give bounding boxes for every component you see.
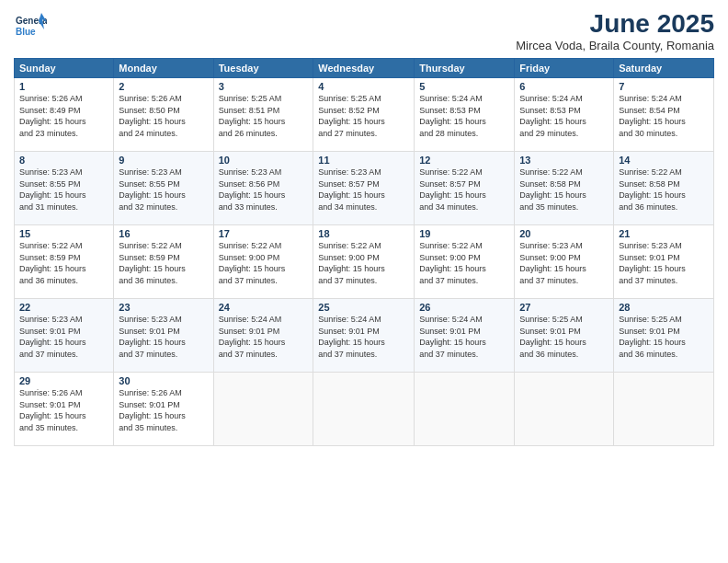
day-detail: Sunrise: 5:22 AM Sunset: 8:58 PM Dayligh…	[519, 167, 609, 213]
day-detail: Sunrise: 5:22 AM Sunset: 9:00 PM Dayligh…	[419, 240, 509, 286]
col-header-monday: Monday	[114, 59, 213, 78]
col-header-friday: Friday	[515, 59, 614, 78]
day-number: 8	[19, 155, 108, 166]
week-row-1: 1Sunrise: 5:26 AM Sunset: 8:49 PM Daylig…	[15, 78, 714, 152]
day-number: 10	[219, 155, 309, 166]
calendar-cell: 2Sunrise: 5:26 AM Sunset: 8:50 PM Daylig…	[114, 78, 213, 152]
calendar-cell: 4Sunrise: 5:25 AM Sunset: 8:52 PM Daylig…	[313, 78, 415, 152]
day-detail: Sunrise: 5:24 AM Sunset: 9:01 PM Dayligh…	[318, 314, 409, 360]
calendar-table: SundayMondayTuesdayWednesdayThursdayFrid…	[14, 58, 714, 446]
calendar-cell: 10Sunrise: 5:23 AM Sunset: 8:56 PM Dayli…	[213, 152, 313, 225]
col-header-thursday: Thursday	[415, 59, 515, 78]
day-detail: Sunrise: 5:22 AM Sunset: 8:59 PM Dayligh…	[119, 240, 208, 286]
day-detail: Sunrise: 5:22 AM Sunset: 9:00 PM Dayligh…	[318, 240, 409, 286]
logo: General Blue	[14, 9, 47, 42]
calendar-cell: 20Sunrise: 5:23 AM Sunset: 9:00 PM Dayli…	[515, 225, 614, 299]
week-row-2: 8Sunrise: 5:23 AM Sunset: 8:55 PM Daylig…	[15, 152, 714, 225]
calendar-cell: 30Sunrise: 5:26 AM Sunset: 9:01 PM Dayli…	[114, 373, 213, 446]
calendar-cell	[515, 373, 614, 446]
day-number: 13	[519, 155, 609, 166]
page: General Blue June 2025 Mircea Voda, Brai…	[0, 0, 728, 563]
day-number: 9	[119, 155, 208, 166]
calendar-cell: 27Sunrise: 5:25 AM Sunset: 9:01 PM Dayli…	[515, 299, 614, 373]
day-detail: Sunrise: 5:22 AM Sunset: 8:59 PM Dayligh…	[19, 240, 108, 286]
day-number: 7	[619, 81, 709, 92]
day-detail: Sunrise: 5:23 AM Sunset: 9:01 PM Dayligh…	[119, 314, 208, 360]
calendar-cell: 1Sunrise: 5:26 AM Sunset: 8:49 PM Daylig…	[15, 78, 114, 152]
col-header-saturday: Saturday	[614, 59, 714, 78]
day-number: 20	[519, 228, 609, 239]
day-number: 11	[318, 155, 409, 166]
day-detail: Sunrise: 5:24 AM Sunset: 8:53 PM Dayligh…	[519, 93, 609, 139]
day-detail: Sunrise: 5:23 AM Sunset: 9:01 PM Dayligh…	[19, 314, 108, 360]
calendar-cell: 11Sunrise: 5:23 AM Sunset: 8:57 PM Dayli…	[313, 152, 415, 225]
header: General Blue June 2025 Mircea Voda, Brai…	[14, 9, 714, 52]
calendar-cell: 12Sunrise: 5:22 AM Sunset: 8:57 PM Dayli…	[415, 152, 515, 225]
calendar-cell: 19Sunrise: 5:22 AM Sunset: 9:00 PM Dayli…	[415, 225, 515, 299]
calendar-cell: 13Sunrise: 5:22 AM Sunset: 8:58 PM Dayli…	[515, 152, 614, 225]
week-row-4: 22Sunrise: 5:23 AM Sunset: 9:01 PM Dayli…	[15, 299, 714, 373]
calendar-cell: 3Sunrise: 5:25 AM Sunset: 8:51 PM Daylig…	[213, 78, 313, 152]
calendar-cell: 29Sunrise: 5:26 AM Sunset: 9:01 PM Dayli…	[15, 373, 114, 446]
day-detail: Sunrise: 5:25 AM Sunset: 8:52 PM Dayligh…	[318, 93, 409, 139]
day-detail: Sunrise: 5:24 AM Sunset: 8:53 PM Dayligh…	[419, 93, 509, 139]
calendar-cell: 28Sunrise: 5:25 AM Sunset: 9:01 PM Dayli…	[614, 299, 714, 373]
day-number: 24	[219, 302, 309, 313]
col-header-sunday: Sunday	[15, 59, 114, 78]
day-detail: Sunrise: 5:24 AM Sunset: 9:01 PM Dayligh…	[419, 314, 509, 360]
calendar-cell: 9Sunrise: 5:23 AM Sunset: 8:55 PM Daylig…	[114, 152, 213, 225]
day-number: 12	[419, 155, 509, 166]
calendar-header-row: SundayMondayTuesdayWednesdayThursdayFrid…	[15, 59, 714, 78]
day-number: 2	[119, 81, 208, 92]
day-detail: Sunrise: 5:22 AM Sunset: 9:00 PM Dayligh…	[219, 240, 309, 286]
week-row-3: 15Sunrise: 5:22 AM Sunset: 8:59 PM Dayli…	[15, 225, 714, 299]
calendar-cell: 21Sunrise: 5:23 AM Sunset: 9:01 PM Dayli…	[614, 225, 714, 299]
day-detail: Sunrise: 5:26 AM Sunset: 8:49 PM Dayligh…	[19, 93, 108, 139]
day-detail: Sunrise: 5:22 AM Sunset: 8:58 PM Dayligh…	[619, 167, 709, 213]
calendar-cell: 15Sunrise: 5:22 AM Sunset: 8:59 PM Dayli…	[15, 225, 114, 299]
day-number: 4	[318, 81, 409, 92]
day-detail: Sunrise: 5:23 AM Sunset: 9:00 PM Dayligh…	[519, 240, 609, 286]
calendar-cell: 26Sunrise: 5:24 AM Sunset: 9:01 PM Dayli…	[415, 299, 515, 373]
col-header-wednesday: Wednesday	[313, 59, 415, 78]
calendar-cell	[313, 373, 415, 446]
day-detail: Sunrise: 5:25 AM Sunset: 8:51 PM Dayligh…	[219, 93, 309, 139]
day-detail: Sunrise: 5:23 AM Sunset: 8:55 PM Dayligh…	[19, 167, 108, 213]
day-number: 1	[19, 81, 108, 92]
day-detail: Sunrise: 5:26 AM Sunset: 9:01 PM Dayligh…	[119, 387, 208, 433]
calendar-cell: 23Sunrise: 5:23 AM Sunset: 9:01 PM Dayli…	[114, 299, 213, 373]
week-row-5: 29Sunrise: 5:26 AM Sunset: 9:01 PM Dayli…	[15, 373, 714, 446]
day-detail: Sunrise: 5:26 AM Sunset: 9:01 PM Dayligh…	[19, 387, 108, 433]
calendar-cell: 16Sunrise: 5:22 AM Sunset: 8:59 PM Dayli…	[114, 225, 213, 299]
day-number: 15	[19, 228, 108, 239]
day-number: 28	[619, 302, 709, 313]
day-number: 25	[318, 302, 409, 313]
day-number: 17	[219, 228, 309, 239]
day-number: 6	[519, 81, 609, 92]
logo-svg: General Blue	[14, 9, 47, 42]
calendar-cell	[213, 373, 313, 446]
day-detail: Sunrise: 5:24 AM Sunset: 9:01 PM Dayligh…	[219, 314, 309, 360]
day-detail: Sunrise: 5:23 AM Sunset: 8:56 PM Dayligh…	[219, 167, 309, 213]
svg-text:Blue: Blue	[16, 27, 36, 37]
calendar-cell: 6Sunrise: 5:24 AM Sunset: 8:53 PM Daylig…	[515, 78, 614, 152]
calendar-cell: 8Sunrise: 5:23 AM Sunset: 8:55 PM Daylig…	[15, 152, 114, 225]
day-detail: Sunrise: 5:23 AM Sunset: 8:55 PM Dayligh…	[119, 167, 208, 213]
day-detail: Sunrise: 5:23 AM Sunset: 8:57 PM Dayligh…	[318, 167, 409, 213]
day-number: 19	[419, 228, 509, 239]
day-detail: Sunrise: 5:24 AM Sunset: 8:54 PM Dayligh…	[619, 93, 709, 139]
day-number: 30	[119, 375, 208, 386]
calendar-cell: 18Sunrise: 5:22 AM Sunset: 9:00 PM Dayli…	[313, 225, 415, 299]
subtitle: Mircea Voda, Braila County, Romania	[516, 39, 714, 52]
day-number: 5	[419, 81, 509, 92]
day-number: 26	[419, 302, 509, 313]
day-number: 23	[119, 302, 208, 313]
day-detail: Sunrise: 5:23 AM Sunset: 9:01 PM Dayligh…	[619, 240, 709, 286]
title-block: June 2025 Mircea Voda, Braila County, Ro…	[516, 9, 714, 52]
calendar-cell	[415, 373, 515, 446]
day-number: 22	[19, 302, 108, 313]
month-title: June 2025	[516, 9, 714, 39]
day-number: 27	[519, 302, 609, 313]
calendar-cell: 25Sunrise: 5:24 AM Sunset: 9:01 PM Dayli…	[313, 299, 415, 373]
calendar-cell	[614, 373, 714, 446]
